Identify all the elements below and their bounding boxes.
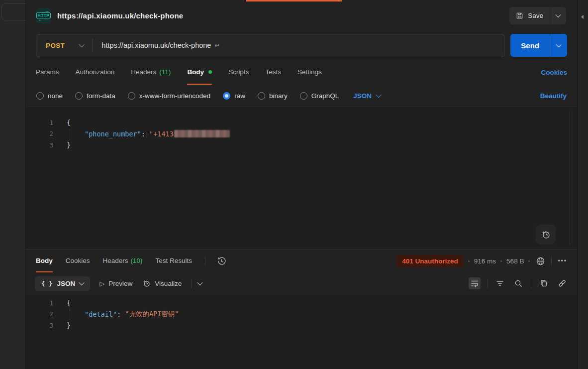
response-meta: 401 Unauthorized 916 ms 568 B •••	[396, 255, 567, 267]
response-format-dropdown[interactable]: { } JSON	[35, 276, 90, 291]
response-tab-cookies[interactable]: Cookies	[66, 249, 90, 272]
line-number: 2	[26, 310, 53, 318]
indent-guide	[70, 309, 85, 320]
chevron-down-icon	[376, 92, 381, 98]
response-history-button[interactable]	[215, 255, 228, 267]
line-number: 1	[26, 119, 53, 126]
tab-settings[interactable]: Settings	[297, 60, 322, 85]
search-icon	[514, 279, 523, 288]
radio-raw[interactable]: raw	[223, 92, 245, 100]
save-options-button[interactable]	[550, 7, 566, 24]
url-row: POST https://api.xiaomu.uk/check-phone ↵…	[26, 31, 577, 60]
line-number: 2	[26, 130, 53, 137]
save-split-button: Save	[509, 7, 566, 24]
preview-button[interactable]: ▷ Preview	[99, 280, 132, 287]
sidebar-tab-stub[interactable]	[1, 3, 26, 20]
radio-circle-icon	[75, 92, 83, 100]
response-size[interactable]: 568 B	[506, 257, 524, 265]
request-tabs-bar: Params Authorization Headers (11) Body S…	[26, 60, 577, 85]
postbot-sparkle-icon	[540, 229, 551, 240]
headers-count-badge: (11)	[159, 68, 171, 76]
response-headers-count-badge: (10)	[131, 257, 143, 264]
body-language-dropdown[interactable]: JSON	[353, 92, 381, 100]
chevron-down-icon	[79, 280, 85, 285]
link-button[interactable]	[556, 277, 568, 289]
radio-circle-icon	[36, 92, 44, 100]
response-tab-test-results[interactable]: Test Results	[156, 249, 193, 272]
send-split-button: Send	[510, 34, 567, 57]
tab-authorization[interactable]: Authorization	[76, 60, 115, 85]
radio-none[interactable]: none	[36, 92, 63, 100]
body-modified-dot	[208, 70, 212, 74]
redacted-phone-number	[174, 130, 230, 137]
response-body-editor[interactable]: 1 { 2 "detail" : "无效的API密钥" 3 }	[26, 294, 577, 369]
tab-headers[interactable]: Headers (11)	[131, 60, 171, 85]
editor-scrollbar[interactable]	[570, 111, 570, 245]
radio-circle-icon	[258, 92, 265, 100]
cookies-link[interactable]: Cookies	[541, 69, 567, 76]
http-request-icon: → HTTP ←	[36, 8, 51, 23]
response-toolbar: { } JSON ▷ Preview Visualize	[26, 272, 577, 294]
active-tab-indicator	[246, 0, 342, 1]
postman-app-window: → HTTP ← https://api.xiaomu.uk/check-pho…	[0, 0, 588, 369]
radio-graphql[interactable]: GraphQL	[300, 92, 339, 100]
response-tab-body[interactable]: Body	[36, 249, 53, 272]
save-button[interactable]: Save	[509, 7, 550, 24]
more-options-button[interactable]: •••	[558, 257, 567, 264]
response-tab-headers[interactable]: Headers (10)	[103, 249, 143, 272]
filter-button[interactable]	[494, 277, 506, 289]
code-line: 2 "detail" : "无效的API密钥"	[26, 309, 577, 320]
request-title: https://api.xiaomu.uk/check-phone	[57, 11, 183, 20]
response-time[interactable]: 916 ms	[474, 257, 496, 265]
line-number: 3	[26, 322, 53, 329]
body-type-options-row: none form-data x-www-form-urlencoded raw…	[26, 85, 577, 107]
code-line: 1 {	[26, 297, 577, 309]
wrap-text-button[interactable]	[469, 277, 481, 289]
network-info-button[interactable]	[534, 255, 547, 267]
send-button[interactable]: Send	[510, 34, 550, 57]
tab-tests[interactable]: Tests	[265, 60, 281, 85]
tab-params[interactable]: Params	[36, 60, 59, 85]
visualize-magic-icon	[142, 279, 151, 288]
collapse-panel-arrow-icon[interactable]	[581, 15, 584, 19]
indent-guide	[70, 128, 85, 140]
postbot-ai-button[interactable]	[536, 225, 556, 245]
send-button-label: Send	[521, 41, 539, 50]
visualize-button[interactable]: Visualize	[142, 279, 182, 288]
save-button-label: Save	[528, 12, 543, 19]
right-sidebar-rail	[577, 0, 588, 369]
url-input[interactable]: https://api.xiaomu.uk/check-phone	[101, 41, 211, 49]
play-icon: ▷	[99, 280, 104, 287]
chevron-down-icon	[555, 12, 561, 17]
radio-circle-icon	[128, 92, 135, 100]
chevron-down-icon	[556, 42, 561, 47]
request-body-editor[interactable]: 1 { 2 "phone_number" : "+1413 3 }	[26, 107, 577, 249]
save-floppy-icon	[516, 12, 523, 19]
method-label: POST	[46, 42, 65, 49]
radio-circle-icon	[300, 92, 307, 100]
code-line: 3 }	[26, 320, 577, 331]
history-clock-icon	[217, 256, 226, 266]
search-button[interactable]	[512, 277, 524, 289]
chevron-down-icon	[79, 42, 85, 47]
request-header-bar: → HTTP ← https://api.xiaomu.uk/check-pho…	[26, 0, 577, 31]
status-badge[interactable]: 401 Unauthorized	[396, 255, 464, 267]
radio-form-data[interactable]: form-data	[75, 92, 115, 100]
copy-icon	[539, 279, 548, 288]
method-selector[interactable]: POST	[36, 42, 93, 49]
beautify-link[interactable]: Beautify	[540, 92, 567, 100]
filter-icon	[495, 279, 504, 288]
tab-scripts[interactable]: Scripts	[228, 60, 249, 85]
return-key-hint: ↵	[214, 42, 220, 49]
wrap-text-icon	[470, 279, 479, 288]
tab-body[interactable]: Body	[187, 60, 212, 85]
copy-button[interactable]	[538, 277, 550, 289]
main-panel: → HTTP ← https://api.xiaomu.uk/check-pho…	[26, 0, 577, 369]
collapse-toolbar-chevron[interactable]	[197, 280, 202, 285]
radio-binary[interactable]: binary	[258, 92, 288, 100]
radio-x-www-form-urlencoded[interactable]: x-www-form-urlencoded	[128, 92, 210, 100]
send-options-button[interactable]	[550, 34, 567, 57]
line-number: 3	[26, 141, 53, 149]
code-line: 2 "phone_number" : "+1413	[26, 128, 577, 140]
line-number: 1	[26, 299, 53, 307]
